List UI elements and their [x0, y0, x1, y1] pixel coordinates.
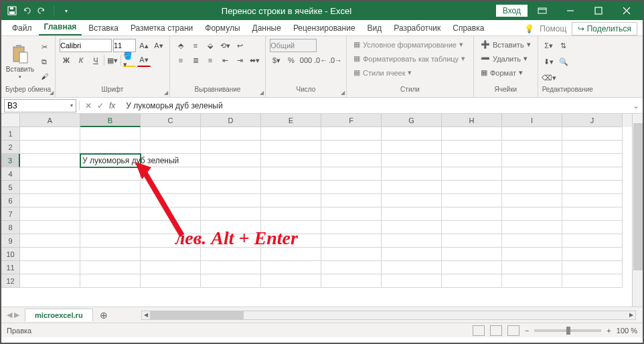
indent-dec-icon[interactable]: ⇤	[218, 54, 232, 67]
tab-home[interactable]: Главная	[39, 19, 82, 35]
find-icon[interactable]: 🔍	[557, 55, 570, 68]
cell[interactable]	[141, 221, 201, 234]
cell[interactable]	[261, 248, 321, 261]
cell[interactable]	[141, 167, 201, 181]
launcher-alignment[interactable]: ◢	[260, 90, 264, 96]
col-header[interactable]: I	[502, 114, 562, 127]
row-header[interactable]: 1	[1, 127, 20, 141]
sort-filter-icon[interactable]: ⇅	[557, 39, 570, 52]
row-header[interactable]: 4	[1, 167, 20, 181]
cell[interactable]	[502, 127, 562, 141]
wrap-text-icon[interactable]: ↩	[233, 39, 246, 52]
col-header[interactable]: C	[141, 114, 201, 127]
cell[interactable]	[141, 141, 201, 154]
col-header[interactable]: G	[382, 114, 442, 127]
horizontal-scrollbar[interactable]: ◀ ▶	[141, 311, 636, 320]
cell[interactable]	[562, 181, 623, 194]
launcher-number[interactable]: ◢	[341, 90, 345, 96]
cell[interactable]	[80, 248, 141, 261]
percent-icon[interactable]: %	[285, 54, 298, 67]
row-header[interactable]: 9	[1, 234, 20, 248]
cell[interactable]	[562, 248, 623, 261]
cell[interactable]	[20, 167, 80, 181]
cell[interactable]	[20, 248, 80, 261]
qat-customize-icon[interactable]: ▾	[61, 5, 72, 16]
col-header[interactable]: A	[20, 114, 80, 127]
cell[interactable]	[201, 141, 261, 154]
shrink-font-icon[interactable]: A▾	[152, 39, 165, 52]
cell[interactable]	[382, 274, 442, 288]
cell[interactable]	[261, 181, 321, 194]
cell[interactable]	[141, 261, 201, 274]
cell[interactable]	[20, 221, 80, 234]
align-top-icon[interactable]: ⬘	[174, 39, 187, 52]
row-header[interactable]: 7	[1, 207, 20, 221]
view-break-icon[interactable]	[507, 325, 519, 336]
cell[interactable]	[261, 234, 321, 248]
tab-layout[interactable]: Разметка страни	[125, 21, 198, 35]
row-header[interactable]: 12	[1, 274, 20, 288]
row-header[interactable]: 11	[1, 261, 20, 274]
name-box[interactable]: B3▾	[4, 99, 76, 112]
cell[interactable]	[321, 141, 382, 154]
cell[interactable]	[382, 181, 442, 194]
cell[interactable]	[382, 127, 442, 141]
cell[interactable]	[562, 274, 623, 288]
minimize-icon[interactable]	[557, 1, 584, 20]
align-center-icon[interactable]: ≣	[189, 54, 202, 67]
cell[interactable]	[442, 274, 502, 288]
autosum-icon[interactable]: Σ▾	[542, 39, 556, 52]
cell[interactable]	[321, 274, 382, 288]
tab-formulas[interactable]: Формулы	[199, 21, 245, 35]
ribbon-display-icon[interactable]	[529, 1, 556, 20]
tell-me[interactable]: Помощ	[540, 24, 566, 33]
cell[interactable]	[502, 141, 562, 154]
zoom-level[interactable]: 100 %	[617, 327, 637, 335]
cell[interactable]	[442, 234, 502, 248]
cell[interactable]	[201, 234, 261, 248]
login-button[interactable]: Вход	[496, 5, 528, 17]
cell[interactable]	[502, 181, 562, 194]
cell[interactable]	[80, 167, 141, 181]
share-button[interactable]: ↪ Поделиться	[572, 22, 637, 35]
cell[interactable]	[382, 154, 442, 167]
tab-nav[interactable]: ◀ ▶	[1, 311, 25, 319]
cell[interactable]	[20, 207, 80, 221]
bold-button[interactable]: Ж	[60, 54, 73, 67]
vertical-scrollbar[interactable]	[632, 114, 643, 307]
currency-icon[interactable]: $▾	[270, 54, 283, 67]
cell[interactable]	[80, 234, 141, 248]
cell[interactable]	[201, 127, 261, 141]
cell[interactable]	[261, 274, 321, 288]
col-header[interactable]: B	[80, 114, 141, 127]
cell[interactable]	[321, 181, 382, 194]
cut-icon[interactable]: ✂	[37, 40, 51, 54]
conditional-format-button[interactable]: ▦ Условное форматирование ▾	[351, 39, 469, 50]
cell[interactable]	[562, 194, 623, 207]
align-right-icon[interactable]: ≡	[204, 54, 217, 67]
launcher-font[interactable]: ◢	[164, 90, 168, 96]
cell[interactable]	[20, 261, 80, 274]
merge-icon[interactable]: ⬌▾	[248, 54, 261, 67]
expand-formula-icon[interactable]: ⌄	[629, 101, 643, 110]
cell[interactable]	[261, 261, 321, 274]
enter-icon[interactable]: ✓	[97, 101, 104, 110]
cell[interactable]	[261, 221, 321, 234]
cell[interactable]	[201, 167, 261, 181]
redo-icon[interactable]	[36, 5, 47, 16]
select-all-corner[interactable]	[1, 114, 20, 127]
cell[interactable]	[201, 221, 261, 234]
cell[interactable]	[562, 234, 623, 248]
tab-insert[interactable]: Вставка	[83, 21, 124, 35]
cell[interactable]	[382, 221, 442, 234]
font-size-select[interactable]	[113, 39, 136, 52]
cell[interactable]	[141, 181, 201, 194]
close-icon[interactable]	[613, 1, 640, 20]
row-header[interactable]: 10	[1, 248, 20, 261]
cell[interactable]	[382, 261, 442, 274]
cell[interactable]	[321, 127, 382, 141]
clear-icon[interactable]: ⌫▾	[542, 71, 556, 84]
font-name-select[interactable]	[60, 39, 112, 52]
insert-cells-button[interactable]: ➕ Вставить ▾	[478, 39, 534, 50]
cell[interactable]	[562, 261, 623, 274]
